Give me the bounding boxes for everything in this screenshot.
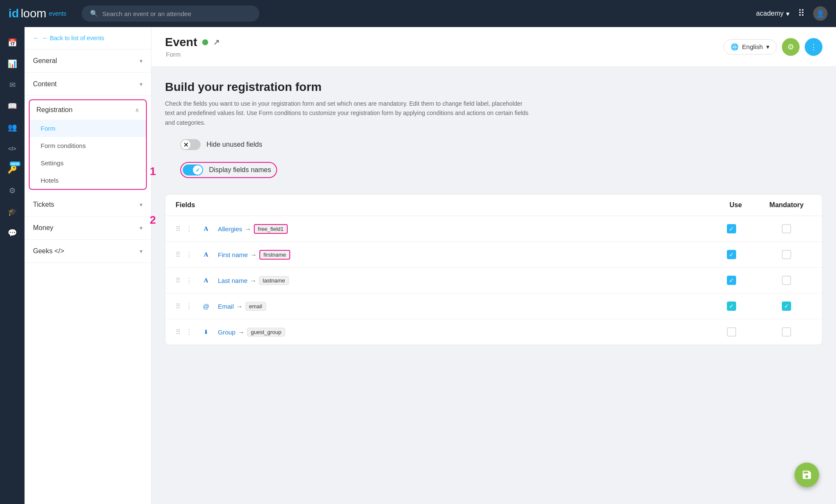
- nav-calendar[interactable]: 📅: [3, 34, 21, 52]
- content-header[interactable]: Content ▾: [25, 73, 151, 96]
- drag-handle-icon[interactable]: ⠿: [176, 251, 181, 259]
- nav-chart[interactable]: 📊: [3, 55, 21, 73]
- general-chevron: ▾: [140, 58, 143, 64]
- sidebar-section-money: Money ▾: [25, 216, 151, 240]
- nav-book[interactable]: 📖: [3, 97, 21, 115]
- hide-unused-toggle-row: ✕ Hide unused fields: [180, 139, 262, 150]
- sidebar-item-form-conditions[interactable]: Form conditions: [30, 137, 146, 154]
- topnav-right: academy ▾ ⠿ 👤: [756, 6, 828, 21]
- field-display-name: First name: [218, 251, 248, 258]
- back-to-list-link[interactable]: ← ← Back to list of events: [25, 27, 151, 49]
- registration-label: Registration: [36, 106, 72, 114]
- back-arrow-icon: ←: [33, 35, 39, 41]
- event-subtitle: Form: [165, 51, 220, 58]
- use-checkbox[interactable]: ✓: [727, 224, 736, 233]
- user-icon[interactable]: 👤: [813, 6, 828, 21]
- drag-handle-icon[interactable]: ⠿: [176, 277, 181, 285]
- language-button[interactable]: 🌐 English ▾: [723, 39, 777, 55]
- row-menu-icon[interactable]: ⋮: [186, 251, 192, 259]
- save-fab-button[interactable]: [795, 463, 819, 487]
- nav-graduation[interactable]: 🎓: [3, 203, 21, 221]
- geeks-header[interactable]: Geeks </> ▾: [25, 240, 151, 263]
- logo-id: id: [8, 7, 19, 20]
- account-chevron: ▾: [786, 10, 789, 18]
- field-type-email-icon: @: [200, 300, 212, 312]
- row-menu-icon[interactable]: ⋮: [186, 328, 192, 336]
- arrow-icon: →: [250, 251, 257, 258]
- search-bar[interactable]: 🔍 Search an event or an attendee: [82, 5, 259, 22]
- mandatory-checkbox-cell: [761, 224, 812, 233]
- external-link-icon[interactable]: ↗: [213, 38, 220, 47]
- field-name: Email → email: [218, 302, 702, 311]
- row-menu-icon[interactable]: ⋮: [186, 277, 192, 285]
- field-display-name: Email: [218, 303, 234, 310]
- table-row: ⠿ ⋮ A Last name → lastname ✓: [165, 268, 822, 293]
- table-row: ⠿ ⋮ ⬇ Group → guest_group: [165, 319, 822, 345]
- sidebar-item-form[interactable]: Form: [30, 120, 146, 137]
- field-type-text-icon: A: [200, 223, 212, 235]
- arrow-icon: →: [236, 303, 243, 310]
- drag-handle-icon[interactable]: ⠿: [176, 225, 181, 233]
- mandatory-checkbox[interactable]: ✓: [782, 301, 791, 311]
- more-options-button[interactable]: ⋮: [805, 38, 822, 56]
- mandatory-checkbox-cell: [761, 250, 812, 259]
- tickets-header[interactable]: Tickets ▾: [25, 193, 151, 216]
- event-title-area: Event ↗ Form: [165, 36, 220, 58]
- field-name: Group → guest_group: [218, 328, 702, 337]
- nav-chat[interactable]: 💬: [3, 224, 21, 242]
- main-layout: 📅 📊 ✉ 📖 👥 </> 🔑 NEW ⚙ 🎓 💬 ← ← Back to li…: [0, 27, 836, 504]
- field-name: Allergies → free_field1: [218, 224, 702, 234]
- sidebar-item-hotels[interactable]: Hotels: [30, 172, 146, 189]
- use-checkbox[interactable]: [727, 327, 736, 337]
- sidebar-item-settings[interactable]: Settings: [30, 154, 146, 172]
- mandatory-checkbox[interactable]: [782, 276, 791, 285]
- event-name: Event: [165, 36, 197, 49]
- globe-icon: 🌐: [731, 43, 739, 51]
- field-display-name: Allergies: [218, 225, 242, 233]
- general-header[interactable]: General ▾: [25, 49, 151, 72]
- row-menu-icon[interactable]: ⋮: [186, 302, 192, 310]
- logo: idloom events: [8, 7, 66, 20]
- display-fields-toggle[interactable]: [183, 164, 203, 175]
- mandatory-checkbox[interactable]: [782, 250, 791, 259]
- use-checkbox[interactable]: ✓: [727, 276, 736, 285]
- mandatory-checkbox[interactable]: [782, 224, 791, 233]
- arrow-icon: →: [250, 277, 256, 284]
- display-fields-label: Display fields names: [209, 166, 271, 174]
- toggle-knob-on: [193, 165, 202, 175]
- field-name: First name → firstname: [218, 250, 702, 260]
- drag-handle-icon[interactable]: ⠿: [176, 302, 181, 310]
- table-header: Fields Use Mandatory: [165, 194, 822, 216]
- money-header[interactable]: Money ▾: [25, 216, 151, 239]
- new-badge: NEW: [10, 162, 20, 166]
- nav-code[interactable]: </>: [3, 140, 21, 157]
- gear-button[interactable]: ⚙: [782, 38, 800, 56]
- mandatory-checkbox[interactable]: [782, 327, 791, 337]
- drag-handle-icon[interactable]: ⠿: [176, 328, 181, 336]
- use-checkbox-cell: ✓: [706, 224, 757, 233]
- use-checkbox[interactable]: ✓: [727, 250, 736, 259]
- general-label: General: [33, 57, 57, 65]
- field-key: firstname: [259, 250, 290, 260]
- use-checkbox[interactable]: ✓: [727, 301, 736, 311]
- registration-header[interactable]: Registration ∧: [30, 100, 146, 120]
- field-key: free_field1: [254, 224, 288, 234]
- nav-mail[interactable]: ✉: [3, 76, 21, 94]
- annotation-step2: 2: [150, 214, 156, 227]
- field-type-text-icon: A: [200, 249, 212, 260]
- sidebar-section-geeks: Geeks </> ▾: [25, 240, 151, 263]
- account-menu[interactable]: academy ▾: [756, 10, 789, 18]
- grid-icon[interactable]: ⠿: [798, 8, 805, 19]
- field-display-name: Last name: [218, 277, 248, 284]
- row-menu-icon[interactable]: ⋮: [186, 225, 192, 233]
- nav-settings[interactable]: ⚙: [3, 182, 21, 200]
- nav-key[interactable]: 🔑 NEW: [3, 161, 21, 178]
- nav-users[interactable]: 👥: [3, 118, 21, 136]
- field-type-group-icon: ⬇: [200, 326, 212, 338]
- display-fields-toggle-row: Display fields names: [180, 162, 277, 178]
- hide-unused-toggle[interactable]: ✕: [180, 139, 201, 150]
- language-chevron: ▾: [766, 43, 770, 51]
- content-label: Content: [33, 80, 57, 88]
- geeks-label: Geeks </>: [33, 247, 64, 255]
- content-area: Build your registration form Check the f…: [151, 67, 836, 359]
